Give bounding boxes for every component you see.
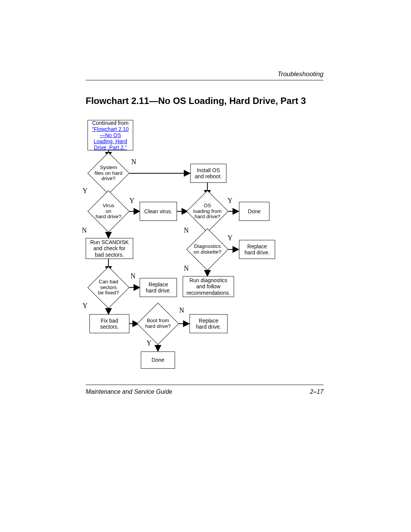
process-clean-virus-text: Clean virus.: [144, 208, 172, 214]
origin-prefix: Continued from: [92, 120, 129, 126]
process-replace-hd-2-text: Replace hard drive.: [146, 281, 171, 294]
origin-box: Continued from "Flowchart 2.10—No OS Loa…: [88, 120, 133, 150]
decision-bad-sectors-fix-text: Can bad sectors be fixed?: [89, 279, 127, 296]
decision-os-loading-text: OS loading from hard drive?: [188, 203, 226, 220]
process-replace-hd-2: Replace hard drive.: [140, 278, 177, 297]
edge-label: N: [131, 158, 136, 166]
process-run-diagnostics-text: Run diagnostics and follow recommendatio…: [186, 277, 230, 296]
edge-label: N: [131, 272, 135, 280]
process-run-scandisk: Run SCANDISK and check for bad sectors.: [86, 238, 133, 259]
edge-label: Y: [129, 197, 134, 205]
decision-diagnostics-diskette-text: Diagnostics on diskette?: [188, 244, 226, 255]
decision-boot-hd: Boot from hard drive?: [137, 307, 179, 341]
terminal-done-bottom: Done: [141, 351, 175, 369]
decision-os-loading: OS loading from hard drive?: [186, 194, 228, 228]
edge-label: N: [82, 227, 87, 235]
process-replace-hd-1-text: Replace hard drive.: [244, 243, 269, 256]
decision-virus-text: Virus on hard drive?: [89, 203, 127, 220]
terminal-done-bottom-text: Done: [151, 357, 164, 363]
process-install-os: Install OS and reboot.: [190, 164, 226, 183]
edge-label: Y: [83, 187, 88, 195]
flowchart-title: Flowchart 2.11—No OS Loading, Hard Drive…: [86, 95, 323, 107]
terminal-done-top: Done: [239, 202, 269, 221]
decision-bad-sectors-fix: Can bad sectors be fixed?: [88, 270, 129, 305]
process-fix-bad-sectors: Fix bad sectors.: [89, 314, 129, 333]
process-replace-hd-3-text: Replace hard drive.: [196, 318, 221, 330]
edge-label: Y: [147, 339, 151, 347]
decision-system-files: System files on hard drive?: [88, 156, 129, 190]
terminal-done-top-text: Done: [248, 208, 260, 214]
footer-page-number: 2–17: [310, 388, 323, 395]
edge-label: Y: [228, 197, 233, 205]
decision-diagnostics-diskette: Diagnostics on diskette?: [186, 232, 228, 267]
process-install-os-text: Install OS and reboot.: [195, 167, 222, 179]
footer-guide-label: Maintenance and Service Guide: [86, 388, 172, 395]
origin-link[interactable]: "Flowchart 2.10—No OS Loading, Hard Driv…: [92, 126, 129, 150]
decision-boot-hd-text: Boot from hard drive?: [139, 318, 177, 329]
decision-virus: Virus on hard drive?: [88, 194, 129, 228]
process-run-diagnostics: Run diagnostics and follow recommendatio…: [183, 276, 234, 297]
edge-label: N: [179, 307, 184, 315]
footer-rule: [86, 385, 323, 385]
process-clean-virus: Clean virus.: [140, 202, 177, 221]
edge-label: Y: [83, 302, 88, 310]
process-replace-hd-1: Replace hard drive.: [239, 240, 275, 259]
origin-text: Continued from "Flowchart 2.10—No OS Loa…: [89, 120, 131, 150]
edge-label: Y: [228, 234, 233, 242]
header-rule: [86, 80, 323, 80]
decision-system-files-text: System files on hard drive?: [89, 165, 127, 182]
process-run-scandisk-text: Run SCANDISK and check for bad sectors.: [90, 239, 129, 257]
header-section-label: Troubleshooting: [277, 70, 323, 78]
edge-label: N: [184, 265, 189, 273]
process-fix-bad-sectors-text: Fix bad sectors.: [100, 318, 119, 330]
page: Troubleshooting Flowchart 2.11—No OS Loa…: [0, 0, 411, 532]
process-replace-hd-3: Replace hard drive.: [190, 314, 228, 333]
flowchart-canvas: Continued from "Flowchart 2.10—No OS Loa…: [86, 120, 323, 379]
